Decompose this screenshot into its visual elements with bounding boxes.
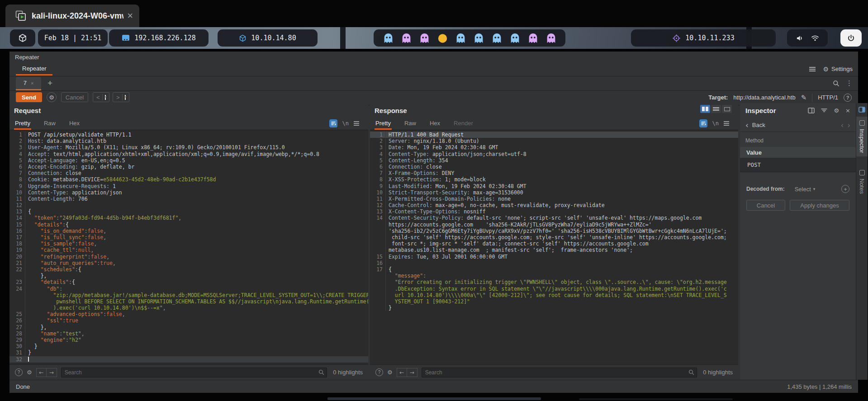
- repeater-tab-7[interactable]: 7 ×: [16, 77, 41, 90]
- dock-panel-icon[interactable]: [859, 107, 865, 113]
- host-ip-text: 192.168.226.128: [134, 34, 195, 42]
- request-tab-pretty[interactable]: Pretty: [14, 118, 31, 130]
- apply-changes-button[interactable]: Apply changes: [790, 200, 849, 211]
- layout-toggle-group: [700, 105, 732, 113]
- close-tab-icon[interactable]: ×: [31, 80, 33, 86]
- send-button[interactable]: Send: [16, 92, 42, 102]
- response-search-input[interactable]: [422, 368, 697, 377]
- history-forward-button[interactable]: > ▾: [113, 92, 129, 102]
- target-icon: [672, 34, 681, 42]
- more-options-icon[interactable]: ⋮: [846, 79, 853, 87]
- method-value-field[interactable]: POST: [740, 158, 856, 172]
- filter-icon[interactable]: [821, 108, 827, 113]
- back-button[interactable]: Back: [752, 122, 837, 128]
- editor-line: "Error creating or initializing trigger …: [370, 279, 738, 285]
- cancel-button[interactable]: Cancel: [61, 92, 88, 102]
- http-version[interactable]: HTTP/1: [818, 94, 838, 101]
- prev-item-icon[interactable]: ‹: [840, 122, 844, 129]
- layout-single-button[interactable]: [722, 105, 732, 113]
- response-editor[interactable]: 1HTTP/1.1 400 Bad Request2Server: nginx/…: [370, 130, 738, 364]
- module-tab-row: Repeater ⚙ Settings: [9, 62, 858, 76]
- app-launcher-button[interactable]: [10, 29, 35, 47]
- request-editor[interactable]: 1POST /api/setup/validate HTTP/1.12Host:…: [9, 130, 368, 364]
- host-ip-widget[interactable]: 192.168.226.128: [109, 29, 209, 47]
- response-tab-hex[interactable]: Hex: [429, 118, 441, 130]
- request-tab-hex[interactable]: Hex: [68, 118, 81, 130]
- request-search-input[interactable]: [61, 368, 327, 377]
- layout-columns-button[interactable]: [700, 105, 710, 113]
- clock-widget[interactable]: Feb 18 | 21:51: [38, 29, 108, 47]
- settings-button[interactable]: ⚙ Settings: [823, 66, 853, 73]
- target-label: Target:: [708, 94, 728, 101]
- target-ip-widget[interactable]: 10.10.11.233: [631, 29, 776, 47]
- inspector-cancel-button[interactable]: Cancel: [746, 200, 785, 211]
- find-next-button[interactable]: →: [407, 368, 417, 377]
- workspace-ghost-icon[interactable]: [509, 33, 521, 43]
- tab-repeater[interactable]: Repeater: [16, 62, 52, 75]
- gear-icon[interactable]: ⚙: [834, 107, 839, 114]
- search-icon[interactable]: [833, 80, 840, 87]
- editor-line: 6Connection: close: [370, 164, 738, 170]
- editor-line: 28 "name":"test",: [9, 330, 368, 337]
- workspace-ghost-icon[interactable]: [527, 33, 539, 43]
- workspace-ghost-icon[interactable]: [473, 33, 484, 43]
- show-newlines-icon[interactable]: \n: [342, 120, 349, 127]
- response-tab-raw[interactable]: Raw: [403, 118, 417, 130]
- help-icon[interactable]: ?: [15, 368, 23, 376]
- editor-menu-icon[interactable]: [724, 120, 729, 127]
- editor-line: 2Host: data.analytical.htb: [9, 138, 368, 144]
- vm-tab-close-icon[interactable]: ×: [127, 11, 133, 20]
- gear-icon[interactable]: ⚙: [27, 369, 32, 376]
- workspace-pacman-icon[interactable]: [437, 33, 448, 43]
- power-button[interactable]: [840, 29, 862, 47]
- window-title: Repeater: [9, 54, 44, 61]
- workspace-ghost-icon[interactable]: [419, 33, 430, 43]
- add-decoding-icon[interactable]: +: [841, 185, 849, 193]
- window-title-row: Repeater: [9, 52, 858, 62]
- show-newlines-icon[interactable]: \n: [712, 120, 719, 127]
- close-icon[interactable]: ×: [845, 107, 850, 114]
- vpn-ip-widget[interactable]: 10.10.14.80: [218, 29, 318, 47]
- workspace-ghost-icon[interactable]: [455, 33, 466, 43]
- find-previous-button[interactable]: ←: [36, 368, 47, 377]
- request-panel: Request Pretty Raw Hex \n 1POST /api/set…: [9, 103, 368, 380]
- chevron-left-icon[interactable]: ‹: [745, 122, 749, 129]
- workspace-ghost-icon[interactable]: [383, 33, 394, 43]
- editor-line: 5Content-Length: 354: [370, 157, 738, 164]
- side-tab-inspector[interactable]: Inspector: [856, 117, 868, 156]
- edit-target-icon[interactable]: ✎: [801, 94, 807, 102]
- help-icon[interactable]: ?: [375, 368, 383, 376]
- workspace-ghost-icon[interactable]: [491, 33, 503, 43]
- request-settings-gear-icon[interactable]: ⚙: [47, 92, 57, 102]
- inspector-panel: Inspector ⚙ × ‹ Back ‹ › Method Value: [740, 103, 856, 380]
- request-tab-raw[interactable]: Raw: [43, 118, 57, 130]
- next-item-icon[interactable]: ›: [847, 122, 850, 129]
- response-tab-pretty[interactable]: Pretty: [375, 118, 392, 130]
- find-next-button[interactable]: →: [47, 368, 57, 377]
- sound-network-widget[interactable]: [787, 29, 828, 47]
- prettify-icon[interactable]: [699, 119, 707, 127]
- history-back-button[interactable]: < ▾: [93, 92, 109, 102]
- gear-icon[interactable]: ⚙: [387, 369, 393, 376]
- monitor-icon: [122, 34, 130, 42]
- decoded-from-label: Decoded from:: [746, 186, 785, 192]
- tab-list-icon[interactable]: [809, 66, 816, 72]
- editor-menu-icon[interactable]: [354, 120, 359, 127]
- notes-tab-icon: [859, 170, 865, 175]
- history-forward-label: >: [116, 94, 120, 101]
- help-icon[interactable]: ?: [844, 94, 852, 102]
- editor-line: 20 "refingerprint":false,: [9, 254, 368, 260]
- workspace-ghost-icon[interactable]: [545, 33, 557, 43]
- editor-line: },: [9, 273, 368, 279]
- vmware-vm-tab[interactable]: kali-linux-2024-W06-vmw... ×: [5, 5, 139, 27]
- layout-rows-button[interactable]: [711, 105, 721, 113]
- workspace-ghost-icon[interactable]: [401, 33, 412, 43]
- decoded-from-select[interactable]: Select ▾: [795, 186, 838, 193]
- find-previous-button[interactable]: ←: [397, 368, 407, 377]
- panel-layout-icon[interactable]: [808, 108, 815, 113]
- prettify-icon[interactable]: [329, 119, 337, 127]
- side-tab-notes[interactable]: Notes: [856, 166, 868, 198]
- add-tab-button[interactable]: +: [47, 78, 52, 88]
- editor-line: 16: [370, 260, 738, 266]
- editor-line: 8X-XSS-Protection: 1; mode=block: [370, 176, 738, 183]
